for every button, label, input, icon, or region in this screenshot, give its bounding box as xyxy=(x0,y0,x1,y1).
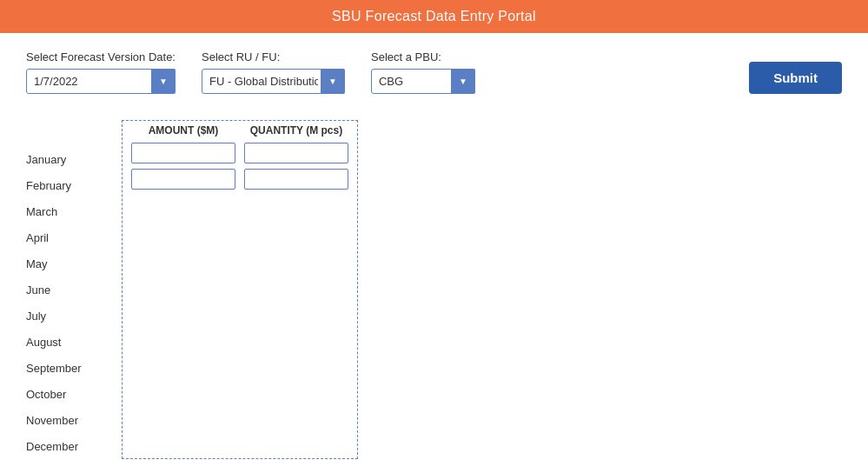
page-header: SBU Forecast Data Entry Portal xyxy=(0,0,868,33)
input-row xyxy=(131,375,348,401)
month-label: October xyxy=(26,381,122,407)
page-title: SBU Forecast Data Entry Portal xyxy=(332,9,536,23)
month-label: July xyxy=(26,303,122,329)
quantity-input[interactable] xyxy=(244,169,348,190)
date-label: Select Forecast Version Date: xyxy=(26,50,176,63)
input-row xyxy=(131,270,348,297)
month-label: November xyxy=(26,407,122,433)
input-row xyxy=(131,166,348,192)
month-label: April xyxy=(26,224,122,250)
amount-input[interactable] xyxy=(131,143,235,163)
amount-input[interactable] xyxy=(131,169,235,190)
month-label: May xyxy=(26,250,122,277)
pbu-label: Select a PBU: xyxy=(371,50,475,63)
month-label: September xyxy=(26,355,122,381)
input-row xyxy=(131,323,348,349)
page-wrapper: SBU Forecast Data Entry Portal Select Fo… xyxy=(0,0,868,460)
month-label: February xyxy=(26,172,122,198)
input-row xyxy=(131,244,348,270)
months-column: JanuaryFebruaryMarchAprilMayJuneJulyAugu… xyxy=(26,120,122,459)
quantity-input[interactable] xyxy=(244,143,348,163)
submit-button[interactable]: Submit xyxy=(749,62,842,94)
controls-row: Select Forecast Version Date: 1/7/20221/… xyxy=(26,50,842,94)
month-label: December xyxy=(26,433,122,459)
month-label: January xyxy=(26,146,122,172)
date-select-wrapper: 1/7/20221/14/20221/21/2022 xyxy=(26,69,176,94)
month-label: June xyxy=(26,277,122,303)
data-section: JanuaryFebruaryMarchAprilMayJuneJulyAugu… xyxy=(26,120,842,459)
input-row xyxy=(131,218,348,244)
month-label: March xyxy=(26,198,122,224)
input-row xyxy=(131,140,348,166)
input-row xyxy=(131,349,348,375)
input-rows-container xyxy=(131,140,348,453)
month-label: August xyxy=(26,329,122,355)
col2-header: QUANTITY (M pcs) xyxy=(244,124,348,137)
ru-control-group: Select RU / FU: FU - Global Distribution… xyxy=(202,50,345,94)
date-control-group: Select Forecast Version Date: 1/7/20221/… xyxy=(26,50,176,94)
ru-label: Select RU / FU: xyxy=(202,50,345,63)
ru-select-wrapper: FU - Global DistributionFU - AmericasFU … xyxy=(202,69,345,94)
input-row xyxy=(131,297,348,323)
main-content: Select Forecast Version Date: 1/7/20221/… xyxy=(0,33,868,460)
date-select[interactable]: 1/7/20221/14/20221/21/2022 xyxy=(26,69,161,94)
ru-select[interactable]: FU - Global DistributionFU - AmericasFU … xyxy=(202,69,345,94)
input-row xyxy=(131,401,348,427)
inputs-header: AMOUNT ($M) QUANTITY (M pcs) xyxy=(131,124,348,137)
input-row xyxy=(131,427,348,453)
pbu-select[interactable]: CBGPBU2PBU3 xyxy=(371,69,475,94)
pbu-control-group: Select a PBU: CBGPBU2PBU3 xyxy=(371,50,475,94)
inputs-section: AMOUNT ($M) QUANTITY (M pcs) xyxy=(122,120,358,459)
input-row xyxy=(131,192,348,218)
pbu-select-wrapper: CBGPBU2PBU3 xyxy=(371,69,475,94)
col1-header: AMOUNT ($M) xyxy=(131,124,235,137)
